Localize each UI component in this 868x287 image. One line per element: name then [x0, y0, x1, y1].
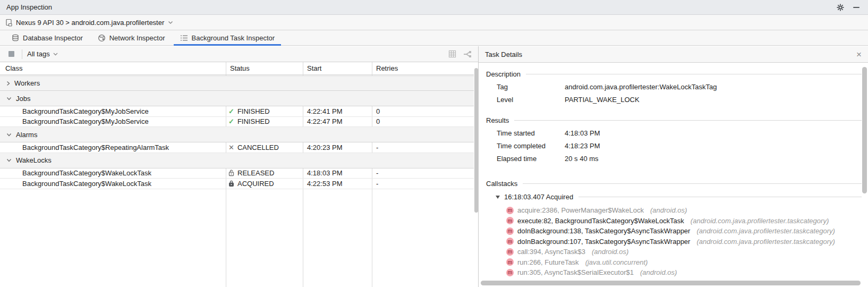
task-list-icon	[180, 35, 188, 41]
stack-frame[interactable]: m doInBackground:107, TaskCategory$Async…	[506, 237, 862, 247]
task-class: BackgroundTaskCategory$RepeatingAlarmTas…	[0, 144, 226, 151]
task-details-body: Description Tag android.com.java.profile…	[479, 63, 862, 280]
stack-frame[interactable]: m execute:82, BackgroundTaskCategory$Wak…	[506, 216, 862, 226]
field-value: android.com.java.profilertester:WakeLock…	[565, 83, 717, 91]
minimize-icon[interactable]	[851, 2, 862, 13]
group-label: Workers	[14, 79, 40, 87]
group-label: WakeLocks	[16, 156, 52, 164]
table-vertical-scrollbar[interactable]	[474, 62, 478, 287]
section-label: Callstacks	[486, 180, 517, 188]
frame-text: acquire:2386, PowerManager$WakeLock	[517, 206, 644, 214]
tab-network-inspector[interactable]: Network Inspector	[90, 30, 173, 45]
task-details-header: Task Details ×	[479, 46, 868, 63]
field-level: Level PARTIAL_WAKE_LOCK	[486, 96, 862, 104]
field-label: Level	[497, 96, 565, 104]
grid-view-icon[interactable]	[446, 48, 458, 60]
chevron-down-icon	[6, 97, 12, 100]
task-class: BackgroundTaskCategory$WakeLockTask	[0, 180, 226, 188]
task-start: 4:22:41 PM	[303, 107, 372, 115]
frame-package: (java.util.concurrent)	[585, 258, 648, 266]
frame-package: (android.os)	[592, 248, 628, 256]
stack-frame[interactable]: m run:266, FutureTask (java.util.concurr…	[506, 257, 862, 268]
stack-frame[interactable]: m doInBackground:138, TaskCategory$Async…	[506, 226, 862, 237]
section-description: Description	[486, 70, 862, 78]
group-label: Jobs	[16, 95, 30, 103]
column-header-retries[interactable]: Retries	[372, 64, 474, 72]
field-value: 20 s 40 ms	[565, 155, 599, 163]
column-header-start[interactable]: Start	[303, 64, 372, 72]
chevron-down-icon	[53, 53, 58, 56]
chevron-right-icon	[6, 81, 10, 86]
cross-icon: ✕	[228, 144, 234, 151]
details-horizontal-scrollbar[interactable]	[481, 281, 861, 286]
method-icon: m	[506, 248, 514, 256]
gear-icon[interactable]	[835, 2, 846, 13]
chevron-down-icon	[6, 158, 12, 162]
task-class: BackgroundTaskCategory$MyJobService	[0, 107, 226, 115]
stop-icon[interactable]	[5, 48, 17, 60]
task-status: CANCELLED	[237, 144, 279, 151]
titlebar: App Inspection	[0, 0, 868, 15]
task-class: BackgroundTaskCategory$MyJobService	[0, 117, 226, 125]
callstack-frames: m acquire:2386, PowerManager$WakeLock (a…	[486, 205, 862, 278]
frame-text: doInBackground:138, TaskCategory$AsyncTa…	[517, 227, 690, 235]
group-row-workers[interactable]: Workers	[0, 75, 474, 91]
task-status: FINISHED	[237, 117, 270, 125]
section-label: Results	[486, 116, 509, 124]
group-row-jobs[interactable]: Jobs	[0, 91, 474, 106]
table-toolbar: All tags	[0, 46, 478, 62]
details-vertical-scrollbar[interactable]	[862, 63, 867, 287]
table-row[interactable]: BackgroundTaskCategory$WakeLockTask RELE…	[0, 168, 474, 179]
field-value: PARTIAL_WAKE_LOCK	[565, 96, 640, 104]
task-retries: 0	[372, 107, 474, 115]
tab-database-inspector[interactable]: Database Inspector	[4, 30, 90, 45]
device-selector-bar[interactable]: Nexus 9 API 30 > android.com.java.profil…	[0, 15, 868, 30]
tab-background-task-inspector[interactable]: Background Task Inspector	[173, 30, 283, 45]
table-row[interactable]: BackgroundTaskCategory$WakeLockTask ACQU…	[0, 179, 474, 189]
section-callstacks: Callstacks	[486, 180, 862, 188]
tag-filter-dropdown[interactable]: All tags	[27, 50, 58, 58]
table-row[interactable]: BackgroundTaskCategory$RepeatingAlarmTas…	[0, 142, 474, 153]
close-icon[interactable]: ×	[856, 50, 862, 59]
column-header-class[interactable]: Class	[0, 64, 226, 72]
field-label: Elapsed time	[497, 155, 565, 163]
frame-text: call:394, AsyncTask$3	[517, 248, 585, 256]
app-inspection-window: App Inspection Nexus 9 API 30	[0, 0, 868, 287]
method-icon: m	[506, 217, 514, 224]
group-row-alarms[interactable]: Alarms	[0, 127, 474, 142]
field-label: Time completed	[497, 142, 565, 150]
field-time-completed: Time completed 4:18:23 PM	[486, 142, 862, 150]
method-icon: m	[506, 227, 514, 235]
task-status: ACQUIRED	[237, 180, 274, 188]
frame-text: run:266, FutureTask	[517, 258, 579, 266]
task-start: 4:18:03 PM	[303, 169, 372, 177]
graph-view-icon[interactable]	[461, 48, 473, 60]
database-icon	[12, 34, 19, 42]
field-elapsed-time: Elapsed time 20 s 40 ms	[486, 155, 862, 163]
task-retries: -	[372, 180, 474, 188]
group-row-wakelocks[interactable]: WakeLocks	[0, 153, 474, 168]
field-label: Time started	[497, 129, 565, 137]
task-retries: -	[372, 144, 474, 151]
column-header-status[interactable]: Status	[226, 64, 303, 72]
frame-text: doInBackground:107, TaskCategory$AsyncTa…	[517, 238, 690, 246]
frame-text: execute:82, BackgroundTaskCategory$WakeL…	[517, 217, 684, 225]
task-status: RELEASED	[237, 169, 274, 177]
panel-title: Task Details	[485, 50, 522, 58]
frame-package: (android.com.java.profilertester.taskcat…	[696, 238, 835, 246]
stack-frame[interactable]: m acquire:2386, PowerManager$WakeLock (a…	[506, 205, 862, 216]
method-icon: m	[506, 258, 514, 266]
page-title: App Inspection	[6, 3, 52, 11]
inspector-tabbar: Database Inspector Network Inspector	[0, 30, 868, 46]
tag-filter-label: All tags	[27, 50, 50, 58]
task-status: FINISHED	[237, 107, 270, 115]
frame-package: (android.os)	[640, 268, 677, 276]
callstack-entry[interactable]: 16:18:03.407 Acquired	[486, 193, 862, 201]
stack-frame[interactable]: m call:394, AsyncTask$3 (android.os)	[506, 247, 862, 257]
table-row[interactable]: BackgroundTaskCategory$MyJobService ✓FIN…	[0, 106, 474, 117]
table-row[interactable]: BackgroundTaskCategory$MyJobService ✓FIN…	[0, 117, 474, 128]
frame-package: (android.os)	[650, 206, 687, 214]
method-icon: m	[506, 269, 514, 276]
section-label: Description	[486, 70, 521, 78]
stack-frame[interactable]: m run:305, AsyncTask$SerialExecutor$1 (a…	[506, 267, 862, 278]
